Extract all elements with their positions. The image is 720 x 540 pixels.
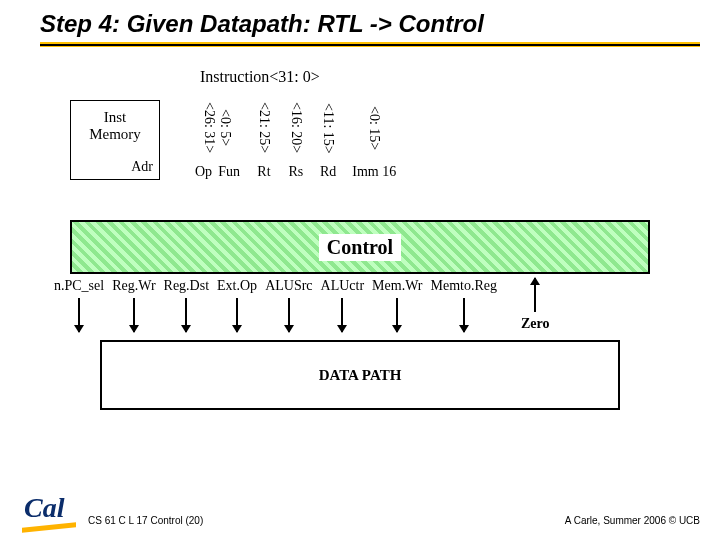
signal-alusrc: ALUSrc bbox=[261, 278, 316, 332]
bitfield-op-fun: <26: 31> <0: 5> Op Fun bbox=[195, 100, 240, 180]
bitfield-rt: <21: 25> Rt bbox=[256, 100, 272, 180]
signal-npcsel: n.PC_sel bbox=[50, 278, 108, 332]
diagram-stage: Instruction<31: 0> Inst Memory Adr <26: … bbox=[0, 50, 720, 490]
bitfield-label: Rs bbox=[289, 164, 304, 180]
signal-zero: Zero bbox=[517, 278, 554, 332]
bitfield-label: Imm 16 bbox=[352, 164, 396, 180]
bitfield-range: <26: 31> bbox=[201, 100, 217, 156]
datapath-box: DATA PATH bbox=[100, 340, 620, 410]
datapath-label: DATA PATH bbox=[319, 367, 402, 384]
bitfield-rs: <16: 20> Rs bbox=[288, 100, 304, 180]
bitfield-range: <11: 15> bbox=[320, 100, 336, 156]
bitfield-range: <16: 20> bbox=[288, 100, 304, 156]
bitfield-rd: <11: 15> Rd bbox=[320, 100, 336, 180]
bitfield-imm16: <0: 15> Imm 16 bbox=[352, 100, 396, 180]
signal-extop: Ext.Op bbox=[213, 278, 261, 332]
bitfield-label: Rd bbox=[320, 164, 336, 180]
bitfield-range: <0: 5> bbox=[217, 100, 233, 156]
control-box: Control bbox=[70, 220, 650, 274]
inst-memory-adr: Adr bbox=[131, 159, 153, 175]
bitfield-label: Rt bbox=[257, 164, 270, 180]
signal-memwr: Mem.Wr bbox=[368, 278, 426, 332]
signal-regwr: Reg.Wr bbox=[108, 278, 159, 332]
bitfield-range: <21: 25> bbox=[256, 100, 272, 156]
slide-title: Step 4: Given Datapath: RTL -> Control bbox=[40, 10, 700, 38]
control-label: Control bbox=[319, 234, 401, 261]
instruction-label: Instruction<31: 0> bbox=[200, 68, 320, 86]
title-underline bbox=[40, 42, 700, 50]
inst-memory-title1: Inst bbox=[71, 109, 159, 126]
cal-logo-text: Cal bbox=[24, 492, 64, 524]
bitfield-range: <0: 15> bbox=[366, 100, 382, 156]
footer-left: CS 61 C L 17 Control (20) bbox=[88, 515, 203, 526]
control-signals-row: n.PC_sel Reg.Wr Reg.Dst Ext.Op ALUSrc AL… bbox=[50, 278, 660, 332]
bitfield-label: Fun bbox=[218, 164, 240, 180]
signal-regdst: Reg.Dst bbox=[160, 278, 214, 332]
bitfield-label: Op bbox=[195, 164, 212, 180]
signal-aluctr: ALUctr bbox=[317, 278, 369, 332]
cal-logo: Cal bbox=[22, 496, 78, 532]
inst-memory-box: Inst Memory Adr bbox=[70, 100, 160, 180]
signal-memtoreg: Memto.Reg bbox=[426, 278, 501, 332]
footer-right: A Carle, Summer 2006 © UCB bbox=[565, 515, 700, 526]
bitfield-row: <26: 31> <0: 5> Op Fun <21: 25> Rt <16: … bbox=[195, 100, 396, 180]
inst-memory-title2: Memory bbox=[71, 126, 159, 143]
